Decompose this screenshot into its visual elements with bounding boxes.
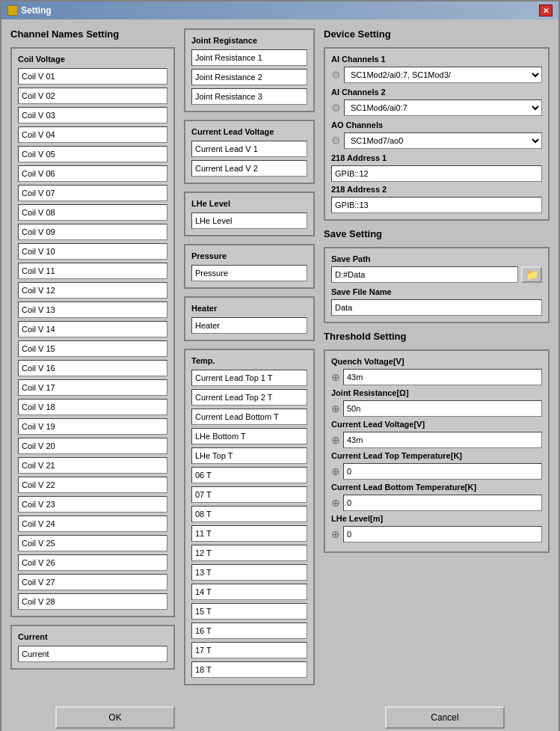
heater-label: Heater: [191, 304, 307, 313]
ai-channels-2-label: AI Channels 2: [331, 88, 542, 97]
coil-v-12[interactable]: [18, 282, 167, 299]
temp-08[interactable]: [191, 506, 307, 522]
joint-resistance-spinner-icon: ⊕: [331, 403, 340, 415]
pressure-group: Pressure: [184, 244, 315, 289]
lhe-level-threshold-input[interactable]: [343, 526, 542, 542]
window-icon: [7, 5, 18, 16]
coil-v-27[interactable]: [18, 574, 167, 590]
coil-v-16[interactable]: [18, 360, 167, 376]
coil-v-28[interactable]: [18, 593, 167, 610]
current-input[interactable]: [18, 646, 167, 662]
cl-top-temp-spinner-icon: ⊕: [331, 465, 340, 477]
coil-v-21[interactable]: [18, 457, 167, 474]
coil-v-04[interactable]: [18, 126, 167, 143]
ai-channels-1-select[interactable]: SC1Mod2/ai0:7, SC1Mod3/: [344, 67, 542, 83]
coil-v-22[interactable]: [18, 477, 167, 493]
joint-resistance-group: Joint Registance: [184, 28, 315, 112]
coil-v-08[interactable]: [18, 204, 167, 221]
cl-bottom-temp-input[interactable]: [343, 495, 542, 511]
coil-v-18[interactable]: [18, 399, 167, 415]
content-area: Channel Names Setting Coil Voltage: [1, 19, 559, 731]
address-218-2-input[interactable]: [331, 197, 542, 213]
coil-v-19[interactable]: [18, 418, 167, 435]
coil-v-02[interactable]: [18, 88, 167, 104]
save-setting-group: Save Path 📁 Save File Name: [324, 247, 550, 323]
temp-15[interactable]: [191, 642, 307, 658]
close-button[interactable]: ✕: [539, 4, 553, 16]
address-218-1-input[interactable]: [331, 165, 542, 182]
joint-resistance-threshold-input[interactable]: [343, 400, 542, 417]
ao-channels-label: AO Channels: [331, 120, 542, 129]
pressure-input[interactable]: [191, 265, 307, 281]
pressure-label: Pressure: [191, 251, 307, 260]
ai-channels-2-select[interactable]: SC1Mod6/ai0:7: [344, 100, 542, 116]
temp-label: Temp.: [191, 356, 307, 365]
temp-09[interactable]: [191, 525, 307, 542]
coil-v-11[interactable]: [18, 263, 167, 279]
browse-button[interactable]: 📁: [521, 266, 542, 283]
coil-v-05[interactable]: [18, 146, 167, 162]
save-path-row: 📁: [331, 266, 542, 283]
temp-07[interactable]: [191, 486, 307, 503]
ok-button[interactable]: OK: [55, 706, 175, 729]
temp-13[interactable]: [191, 603, 307, 620]
ai2-icon: ⚙: [331, 102, 341, 114]
threshold-setting-group: Quench Voltage[V] ⊕ Joint Resistance[Ω] …: [324, 349, 550, 553]
cl-top-temp-input[interactable]: [343, 463, 542, 480]
current-lead-v2[interactable]: [191, 160, 307, 177]
temp-group: Temp.: [184, 349, 315, 685]
coil-v-20[interactable]: [18, 438, 167, 454]
cl-top-temp-label: Current Lead Top Temperature[K]: [331, 451, 542, 460]
ao-channels-select[interactable]: SC1Mod7/ao0: [344, 132, 542, 149]
current-lead-voltage-threshold-input[interactable]: [343, 432, 542, 448]
quench-voltage-input[interactable]: [343, 369, 542, 385]
temp-06[interactable]: [191, 467, 307, 483]
joint-resistance-2[interactable]: [191, 69, 307, 85]
cancel-button[interactable]: Cancel: [385, 706, 505, 729]
temp-12[interactable]: [191, 584, 307, 600]
cl-top-temp-row: ⊕: [331, 463, 542, 480]
temp-04[interactable]: [191, 428, 307, 444]
right-panel: Device Setting AI Channels 1 ⚙ SC1Mod2/a…: [324, 28, 550, 560]
coil-v-10[interactable]: [18, 243, 167, 260]
coil-v-15[interactable]: [18, 340, 167, 357]
heater-group: Heater: [184, 296, 315, 341]
coil-v-09[interactable]: [18, 224, 167, 240]
current-label: Current: [18, 632, 167, 641]
temp-05[interactable]: [191, 447, 307, 464]
temp-11[interactable]: [191, 564, 307, 581]
current-lead-voltage-label: Current Lead Voltage: [191, 127, 307, 136]
coil-v-17[interactable]: [18, 379, 167, 396]
temp-02[interactable]: [191, 389, 307, 406]
current-lead-voltage-threshold-label: Current Lead Voltage[V]: [331, 420, 542, 429]
coil-v-07[interactable]: [18, 185, 167, 201]
address-218-1-label: 218 Address 1: [331, 153, 542, 162]
temp-03[interactable]: [191, 409, 307, 425]
lhe-level-input[interactable]: [191, 212, 307, 229]
ai1-icon: ⚙: [331, 69, 341, 81]
coil-v-14[interactable]: [18, 321, 167, 337]
coil-v-26[interactable]: [18, 554, 167, 571]
temp-16[interactable]: [191, 661, 307, 678]
heater-input[interactable]: [191, 317, 307, 334]
ao-select-wrapper: SC1Mod7/ao0: [344, 132, 542, 149]
coil-v-13[interactable]: [18, 302, 167, 318]
left-panel: Channel Names Setting Coil Voltage: [10, 28, 175, 693]
temp-10[interactable]: [191, 545, 307, 561]
coil-v-24[interactable]: [18, 516, 167, 532]
current-lead-v1[interactable]: [191, 141, 307, 157]
joint-resistance-3[interactable]: [191, 88, 307, 105]
temp-14[interactable]: [191, 623, 307, 639]
coil-v-03[interactable]: [18, 107, 167, 123]
middle-channels: Joint Registance Current Lead Voltage: [184, 28, 315, 693]
save-path-input[interactable]: [331, 266, 518, 283]
coil-v-23[interactable]: [18, 496, 167, 513]
save-file-name-input[interactable]: [331, 299, 542, 316]
joint-resistance-1[interactable]: [191, 49, 307, 66]
temp-01[interactable]: [191, 370, 307, 386]
quench-voltage-row: ⊕: [331, 369, 542, 385]
coil-v-01[interactable]: [18, 68, 167, 85]
coil-v-25[interactable]: [18, 535, 167, 551]
coil-v-06[interactable]: [18, 165, 167, 182]
ai1-select-wrapper: SC1Mod2/ai0:7, SC1Mod3/: [344, 67, 542, 83]
